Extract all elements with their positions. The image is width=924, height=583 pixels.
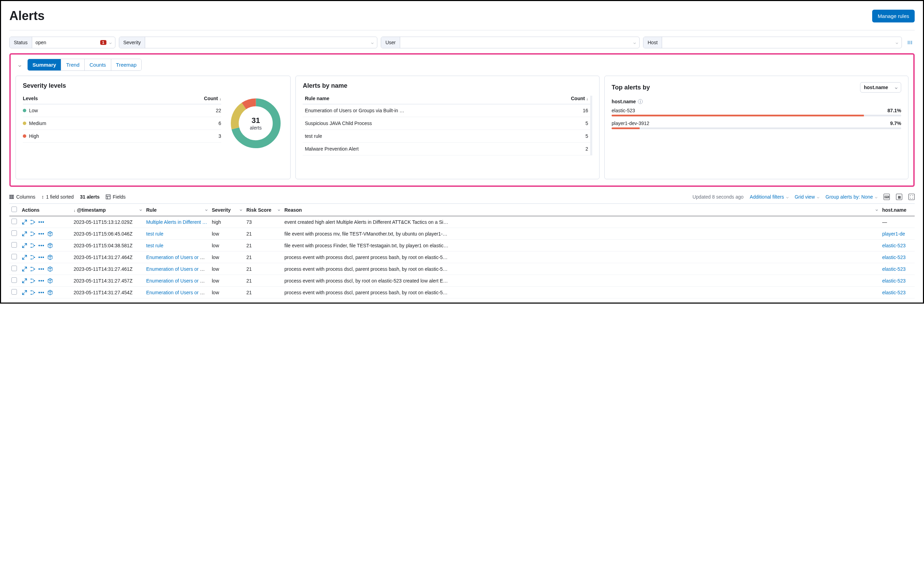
cube-icon[interactable] [47,255,53,260]
more-actions-icon[interactable]: ••• [38,255,45,260]
cube-icon[interactable] [47,266,53,272]
col-rule[interactable]: Rule⌵ [144,204,210,216]
sort-indicator[interactable]: ↕ 1 field sorted [41,194,74,199]
grid-icon[interactable]: ▦ [896,194,902,200]
cell-rule-link[interactable]: Enumeration of Users or Gr… [146,278,210,283]
severity-filter[interactable]: Severity ⌵ [119,36,378,48]
user-filter[interactable]: User ⌵ [381,36,640,48]
analyze-icon[interactable] [30,278,36,283]
cell-severity: low [210,240,244,252]
fullscreen-icon[interactable]: ⛶ [908,194,915,200]
analyze-icon[interactable] [30,219,36,225]
cell-host-link[interactable]: elastic-523 [882,243,906,248]
expand-icon[interactable] [22,255,27,260]
additional-filters-button[interactable]: Additional filters ⌵ [750,194,789,199]
row-checkbox[interactable] [12,277,17,283]
analyze-icon[interactable] [30,266,36,272]
manage-rules-button[interactable]: Manage rules [872,10,915,23]
top-alerts-select[interactable]: host.name⌵ [860,82,901,92]
tab-treemap[interactable]: Treemap [111,59,141,71]
cell-host-link[interactable]: elastic-523 [882,266,906,272]
cell-rule-link[interactable]: Enumeration of Users or Gr… [146,290,210,295]
row-checkbox[interactable] [12,289,17,295]
cell-severity: low [210,287,244,298]
donut-total: 31 [252,116,260,125]
cell-host-link[interactable]: elastic-523 [882,255,906,260]
cell-host-link[interactable]: elastic-523 [882,278,906,283]
abn-col-count[interactable]: Count ↓ [571,96,588,101]
analyze-icon[interactable] [30,290,36,295]
more-filters-icon[interactable]: ⁝⁝⁝ [905,38,915,47]
col-timestamp[interactable]: ↓ @timestamp⌵ [71,204,144,216]
cell-reason: file event with process Finder, file TES… [282,240,880,252]
cell-severity: low [210,228,244,240]
analyze-icon[interactable] [30,231,36,237]
cell-timestamp: 2023-05-11T15:06:45.046Z [71,228,144,240]
expand-icon[interactable] [22,266,27,272]
expand-icon[interactable] [22,231,27,237]
abn-col-rule: Rule name [305,96,329,101]
more-actions-icon[interactable]: ••• [38,266,45,272]
alerts-by-name-card: Alerts by name Rule name Count ↓ Enumera… [295,76,599,179]
svg-rect-4 [11,195,12,199]
cell-reason: process event with process dscl, parent … [282,252,880,263]
top-alerts-card: Top alerts by host.name⌵ host.name i ela… [604,76,908,179]
status-filter-label: Status [10,37,32,48]
col-risk[interactable]: Risk Score⌵ [244,204,282,216]
analyze-icon[interactable] [30,255,36,260]
row-checkbox[interactable] [12,242,17,248]
cell-reason: file event with process mv, file TEST-VM… [282,228,880,240]
cube-icon[interactable] [47,243,53,248]
fields-button[interactable]: Fields [106,194,125,199]
cube-icon[interactable] [47,290,53,295]
severity-donut-chart: 31 alerts [228,96,283,151]
cell-rule-link[interactable]: Multiple Alerts in Different … [146,219,207,225]
col-hostname[interactable]: host.name [880,204,915,216]
severity-col-count[interactable]: Count ↓ [204,96,221,101]
table-row: ••• 2023-05-11T14:31:27.461Z Enumeration… [9,263,915,275]
row-checkbox[interactable] [12,231,17,236]
more-actions-icon[interactable]: ••• [38,231,45,237]
group-alerts-button[interactable]: Group alerts by: None ⌵ [825,194,877,199]
expand-icon[interactable] [22,219,27,225]
row-checkbox[interactable] [12,265,17,271]
col-severity[interactable]: Severity⌵ [210,204,244,216]
abn-row: test rule5 [303,130,590,143]
cell-rule-link[interactable]: test rule [146,243,163,248]
grid-view-button[interactable]: Grid view ⌵ [795,194,819,199]
severity-card-title: Severity levels [23,82,283,89]
expand-icon[interactable] [22,290,27,295]
progress-bar [612,127,901,129]
select-all-checkbox[interactable] [12,206,17,212]
expand-icon[interactable] [22,243,27,248]
cell-reason: process event with process dscl, by root… [282,275,880,287]
host-filter[interactable]: Host ⌵ [643,36,902,48]
columns-button[interactable]: Columns [9,194,35,199]
more-actions-icon[interactable]: ••• [38,290,45,295]
more-actions-icon[interactable]: ••• [38,278,45,283]
cube-icon[interactable] [47,231,53,237]
row-checkbox[interactable] [12,254,17,259]
cell-rule-link[interactable]: test rule [146,231,163,237]
tab-counts[interactable]: Counts [85,59,111,71]
cell-host-link[interactable]: player1-de [882,231,905,237]
more-actions-icon[interactable]: ••• [38,243,45,248]
tab-trend[interactable]: Trend [61,59,85,71]
more-actions-icon[interactable]: ••• [38,219,45,225]
severity-row-low: Low 22 [23,104,221,117]
col-reason[interactable]: Reason⌵ [282,204,880,216]
cell-risk: 21 [244,287,282,298]
cell-rule-link[interactable]: Enumeration of Users or Gr… [146,266,210,272]
expand-icon[interactable] [22,278,27,283]
analyze-icon[interactable] [30,243,36,248]
cube-icon[interactable] [47,278,53,283]
status-filter[interactable]: Status open 1 ⌵ [9,36,116,48]
cell-rule-link[interactable]: Enumeration of Users or Gr… [146,255,210,260]
cell-risk: 21 [244,252,282,263]
collapse-toggle[interactable]: ⌵ [16,61,24,69]
info-icon[interactable]: i [638,99,643,104]
row-checkbox[interactable] [12,219,17,224]
cell-host-link[interactable]: elastic-523 [882,290,906,295]
tab-summary[interactable]: Summary [28,59,61,71]
keyboard-icon[interactable]: ⌨ [884,194,890,200]
